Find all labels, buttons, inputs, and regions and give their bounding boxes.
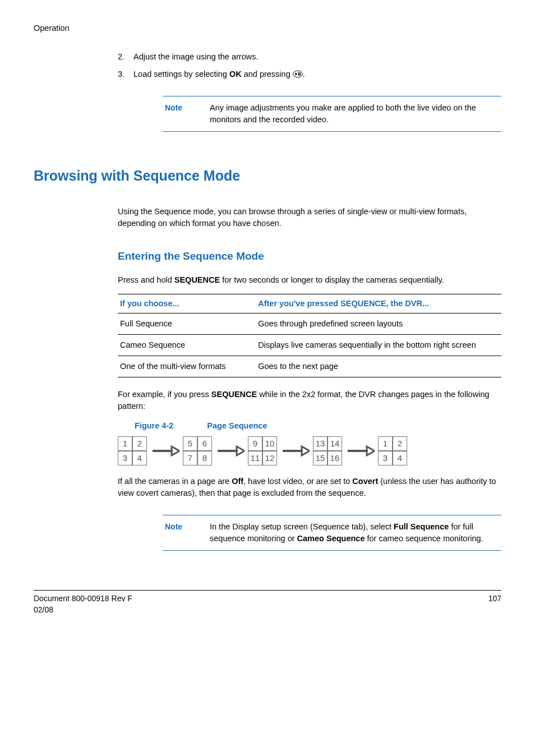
grid-cell: 4 [132,451,147,465]
note-1: Note Any image adjustments you make are … [163,96,501,132]
cell-r1c0: Cameo Sequence [118,334,256,356]
note-1-text: Any image adjustments you make are appli… [210,102,498,126]
arrow-right-icon [150,442,179,459]
note2-p3: for cameo sequence monitoring. [365,534,483,543]
off-b1: Off [232,477,243,486]
grid-cell: 1 [378,436,393,451]
step-2: 2. Adjust the image using the arrows. [118,51,501,63]
cell-r0c0: Full Sequence [118,313,256,334]
play-pause-icon [293,70,303,78]
grid-4: 13 14 15 16 [313,436,342,465]
svg-marker-5 [172,446,179,455]
table-col2-header: After you've pressed SEQUENCE, the DVR..… [256,294,501,313]
svg-marker-1 [295,72,297,76]
grid-cell: 7 [183,451,197,465]
grid-cell: 10 [262,436,277,451]
note2-b1: Full Sequence [394,522,449,531]
enter-post: for two seconds or longer to display the… [220,275,444,284]
grid-cell: 2 [393,436,407,451]
off-p2: , have lost video, or are set to [243,477,352,486]
cell-r0c1: Goes through predefined screen layouts [256,313,501,334]
arrow-right-icon [345,442,375,459]
note-2: Note In the Display setup screen (Sequen… [163,515,501,551]
step-3-text: Load settings by selecting OK and pressi… [133,68,501,80]
svg-rect-2 [298,72,299,76]
grid-cell: 11 [248,451,262,465]
grid-cell: 5 [183,436,197,451]
svg-point-0 [293,71,302,77]
grid-cell: 6 [197,436,212,451]
cell-r1c1: Displays live cameras sequentially in th… [256,334,501,356]
grid-cell: 9 [248,436,262,451]
page-footer: Document 800-00918 Rev F 02/08 107 [34,590,501,616]
arrow-right-icon [215,442,245,459]
note-2-label: Note [165,521,210,545]
enter-bold: SEQUENCE [174,275,220,284]
heading-entering: Entering the Sequence Mode [118,248,501,264]
step-2-text: Adjust the image using the arrows. [133,51,501,63]
svg-rect-3 [299,72,301,76]
enter-pre: Press and hold [118,275,174,284]
grid-cell: 14 [328,436,342,451]
sequence-table: If you choose... After you've pressed SE… [118,294,501,377]
arrow-right-icon [280,442,310,459]
step-3: 3. Load settings by selecting OK and pre… [118,68,501,80]
step-3-post: and pressing [242,70,293,79]
page-sequence-diagram: 1 2 3 4 5 6 7 8 9 10 11 12 13 14 15 16 1 [118,436,501,465]
grid-cell: 13 [313,436,328,451]
step-3-pre: Load settings by selecting [133,70,229,79]
svg-marker-7 [237,446,245,455]
example-pre: For example, if you press [118,390,211,399]
grid-cell: 2 [132,436,147,451]
svg-marker-9 [302,446,310,455]
enter-para: Press and hold SEQUENCE for two seconds … [118,274,501,286]
footer-page-number: 107 [488,593,501,616]
grid-3: 9 10 11 12 [248,436,277,465]
cell-r2c0: One of the multi-view formats [118,356,256,377]
intro-para: Using the Sequence mode, you can browse … [118,206,501,229]
footer-left: Document 800-00918 Rev F 02/08 [34,593,132,616]
example-bold: SEQUENCE [211,390,257,399]
figure-title: Page Sequence [207,421,267,430]
step-2-num: 2. [118,51,133,63]
grid-cell: 4 [393,451,407,465]
example-para: For example, if you press SEQUENCE while… [118,389,501,412]
step-3-tail: . [303,70,305,79]
table-col1-header: If you choose... [118,294,256,313]
running-head: Operation [34,22,501,34]
figure-number: Figure 4-2 [135,421,173,430]
table-row: One of the multi-view formats Goes to th… [118,356,501,377]
footer-doc-id: Document 800-00918 Rev F [34,593,132,604]
heading-browsing: Browsing with Sequence Mode [34,165,501,186]
cell-r2c1: Goes to the next page [256,356,501,377]
grid-2: 5 6 7 8 [183,436,212,465]
grid-cell: 16 [328,451,342,465]
grid-cell: 12 [262,451,277,465]
note-1-label: Note [165,102,210,126]
off-b2: Covert [352,477,378,486]
note2-p1: In the Display setup screen (Sequence ta… [210,522,394,531]
grid-cell: 15 [313,451,328,465]
off-p1: If all the cameras in a page are [118,477,232,486]
step-3-bold: OK [229,70,242,79]
footer-date: 02/08 [34,604,132,615]
off-para: If all the cameras in a page are Off, ha… [118,476,501,499]
grid-cell: 3 [118,451,132,465]
grid-cell: 8 [197,451,212,465]
table-row: Cameo Sequence Displays live cameras seq… [118,334,501,356]
grid-5: 1 2 3 4 [378,436,407,465]
grid-cell: 3 [378,451,393,465]
step-3-num: 3. [118,68,133,80]
figure-caption: Figure 4-2Page Sequence [135,420,501,432]
note-2-text: In the Display setup screen (Sequence ta… [210,521,498,545]
grid-cell: 1 [118,436,132,451]
svg-marker-11 [367,446,375,455]
note2-b2: Cameo Sequence [297,534,365,543]
table-row: Full Sequence Goes through predefined sc… [118,313,501,334]
grid-1: 1 2 3 4 [118,436,147,465]
